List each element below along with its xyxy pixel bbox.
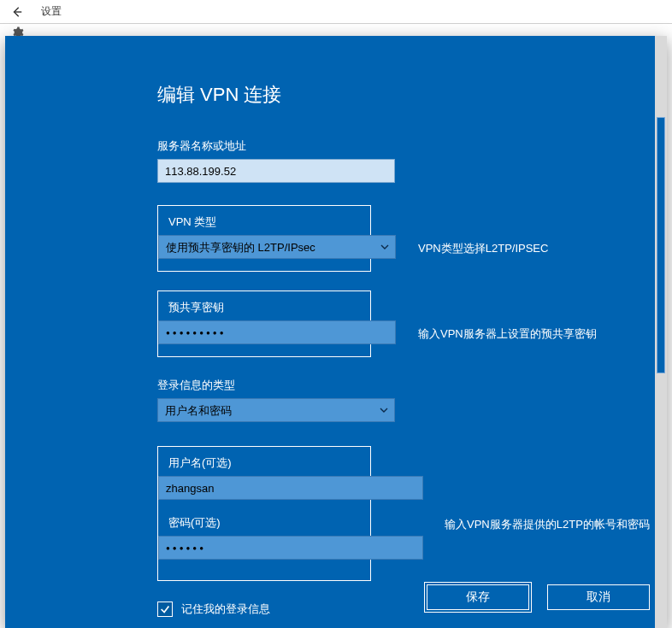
username-label: 用户名(可选) xyxy=(168,455,360,471)
remember-checkbox[interactable] xyxy=(157,602,173,617)
titlebar: 设置 xyxy=(0,0,672,24)
vpn-type-label: VPN 类型 xyxy=(168,214,360,230)
remember-label: 记住我的登录信息 xyxy=(181,602,270,617)
password-input[interactable]: ●●●●●● xyxy=(158,536,423,560)
back-icon[interactable] xyxy=(10,6,24,18)
server-label: 服务器名称或地址 xyxy=(157,138,667,154)
window-title: 设置 xyxy=(41,4,62,19)
psk-input[interactable]: ●●●●●●●●● xyxy=(158,320,396,344)
server-input[interactable]: 113.88.199.52 xyxy=(157,159,395,183)
username-input[interactable]: zhangsan xyxy=(158,476,423,500)
vpn-type-dropdown[interactable]: 使用预共享密钥的 L2TP/IPsec xyxy=(168,235,396,259)
credentials-hint: 输入VPN服务器提供的L2TP的帐号和密码 xyxy=(445,517,650,532)
vpn-type-hint: VPN类型选择L2TP/IPSEC xyxy=(418,241,548,256)
vpn-type-value: 使用预共享密钥的 L2TP/IPsec xyxy=(158,235,396,259)
psk-hint: 输入VPN服务器上设置的预共享密钥 xyxy=(418,326,597,342)
login-type-label: 登录信息的类型 xyxy=(157,378,667,393)
vpn-type-group: VPN 类型 使用预共享密钥的 L2TP/IPsec xyxy=(157,205,371,272)
dialog-title: 编辑 VPN 连接 xyxy=(157,82,667,108)
login-type-value: 用户名和密码 xyxy=(157,398,395,422)
password-label: 密码(可选) xyxy=(168,515,360,531)
login-type-dropdown[interactable]: 用户名和密码 xyxy=(157,398,395,422)
psk-label: 预共享密钥 xyxy=(168,300,360,315)
vpn-edit-dialog: 编辑 VPN 连接 服务器名称或地址 113.88.199.52 VPN 类型 … xyxy=(5,36,667,628)
cancel-button[interactable]: 取消 xyxy=(547,584,650,610)
credentials-group: 用户名(可选) zhangsan 密码(可选) ●●●●●● 输入VPN服务器提… xyxy=(157,446,371,581)
psk-group: 预共享密钥 ●●●●●●●●● xyxy=(157,291,371,357)
save-button[interactable]: 保存 xyxy=(427,584,529,610)
